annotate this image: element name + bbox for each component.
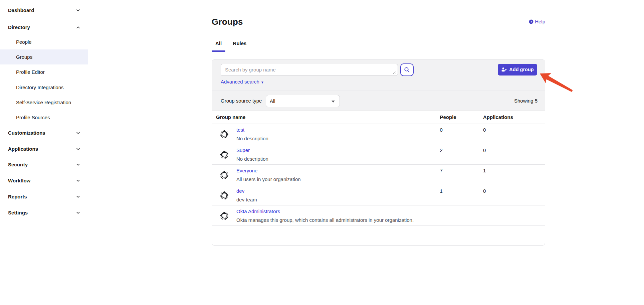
- svg-text:?: ?: [530, 20, 532, 23]
